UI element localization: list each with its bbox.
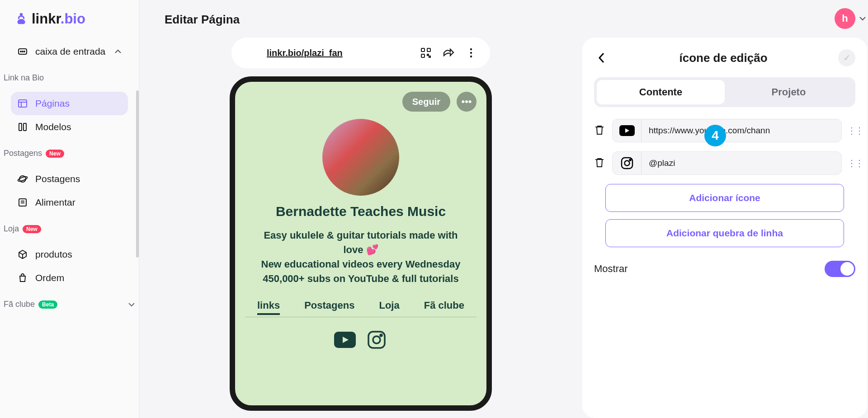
sidebar-item-label: Modelos <box>35 122 71 132</box>
sidebar-section-linkbio: Link na Bio <box>0 67 139 88</box>
more-button[interactable]: ••• <box>457 92 476 112</box>
layout-icon <box>17 98 28 109</box>
profile-picture <box>322 119 399 196</box>
phone-tab-posts[interactable]: Postagens <box>304 298 354 315</box>
panel-tabs: Contente Projeto <box>594 77 855 107</box>
phone-tab-store[interactable]: Loja <box>379 298 399 315</box>
youtube-icon[interactable] <box>613 119 642 142</box>
templates-icon <box>17 122 28 132</box>
phone-tab-links[interactable]: links <box>257 298 280 315</box>
sidebar-item-pages[interactable]: Páginas <box>11 92 128 115</box>
sidebar-item-posts[interactable]: Postagens <box>11 167 128 191</box>
svg-point-27 <box>380 334 382 336</box>
edit-panel: ícone de edição ✓ Contente Projeto ⋮⋮ <box>582 38 867 418</box>
svg-point-2 <box>20 51 21 52</box>
sidebar-item-products[interactable]: produtos <box>11 243 128 266</box>
svg-point-3 <box>22 51 23 52</box>
qr-icon[interactable] <box>420 47 432 59</box>
svg-point-26 <box>373 336 380 343</box>
tutorial-step-badge: 4 <box>704 125 726 146</box>
svg-rect-8 <box>19 123 22 131</box>
sidebar-section-posts: Postagens New <box>0 142 139 164</box>
add-linebreak-button[interactable]: Adicionar quebra de linha <box>605 219 844 247</box>
brand-text-b: .bio <box>61 11 85 27</box>
panel-title: ícone de edição <box>609 51 838 65</box>
user-menu[interactable]: h <box>835 8 866 29</box>
instagram-icon[interactable] <box>366 329 387 351</box>
svg-point-4 <box>24 51 25 52</box>
tab-content[interactable]: Contente <box>597 80 725 104</box>
sidebar-item-label: Páginas <box>35 98 70 109</box>
svg-rect-19 <box>427 54 429 56</box>
icon-row-instagram: ⋮⋮ <box>594 151 855 175</box>
delete-button[interactable] <box>594 157 607 169</box>
follow-button[interactable]: Seguir <box>402 92 450 112</box>
new-badge: New <box>46 150 64 158</box>
tab-project[interactable]: Projeto <box>725 80 853 104</box>
sidebar-item-label: Alimentar <box>35 197 75 208</box>
back-button[interactable] <box>594 51 609 65</box>
svg-rect-5 <box>19 100 27 107</box>
profile-name: Bernadette Teaches Music <box>245 204 476 219</box>
svg-rect-9 <box>24 123 26 131</box>
youtube-icon[interactable] <box>334 329 356 351</box>
svg-point-23 <box>470 56 472 57</box>
feed-icon <box>17 197 28 208</box>
svg-point-30 <box>624 161 629 166</box>
chevron-down-icon <box>859 16 866 21</box>
profile-bio: Easy ukulele & guitar tutorials made wit… <box>258 228 464 286</box>
sidebar-section-store: Loja New <box>0 218 139 239</box>
svg-point-22 <box>470 52 472 54</box>
brand-text-a: linkr <box>32 11 61 27</box>
svg-rect-18 <box>421 54 425 57</box>
sidebar-item-label: Ordem <box>35 272 64 283</box>
instagram-icon[interactable] <box>613 152 642 174</box>
chevron-down-icon <box>128 302 135 307</box>
drag-handle-icon[interactable]: ⋮⋮ <box>847 125 855 136</box>
sidebar-item-models[interactable]: Modelos <box>11 115 128 139</box>
avatar: h <box>835 8 855 29</box>
sidebar-item-label: caixa de entrada <box>35 46 105 57</box>
svg-point-21 <box>470 48 472 50</box>
add-icon-button[interactable]: Adicionar ícone <box>605 184 844 212</box>
phone-tab-fanclub[interactable]: Fã clube <box>424 298 464 315</box>
delete-button[interactable] <box>594 124 607 137</box>
icon-url-input[interactable] <box>642 119 841 142</box>
url-bar: linkr.bio/plazi_fan <box>231 38 490 68</box>
phone-preview: Seguir ••• Bernadette Teaches Music Easy… <box>230 76 492 411</box>
brand-logo: linkr.bio <box>0 11 139 36</box>
sidebar-item-fanclub[interactable]: Fã clube Beta <box>0 293 139 315</box>
svg-rect-17 <box>427 48 430 52</box>
share-icon[interactable] <box>442 47 455 59</box>
visibility-toggle[interactable] <box>825 261 855 277</box>
page-url[interactable]: linkr.bio/plazi_fan <box>267 48 410 58</box>
icon-url-input[interactable] <box>642 152 841 174</box>
brand-mark-icon <box>14 11 29 27</box>
message-icon <box>17 46 28 57</box>
sidebar-item-feed[interactable]: Alimentar <box>11 191 128 214</box>
bag-icon <box>17 272 28 283</box>
confirm-button[interactable]: ✓ <box>838 49 855 66</box>
sidebar-item-label: Fã clube <box>4 300 35 309</box>
box-icon <box>17 249 28 260</box>
svg-point-31 <box>629 160 631 161</box>
page-title: Editar Página <box>139 13 868 27</box>
sidebar-item-inbox[interactable]: caixa de entrada <box>11 40 128 63</box>
drag-handle-icon[interactable]: ⋮⋮ <box>847 158 855 169</box>
new-badge: New <box>23 225 41 233</box>
more-vert-icon[interactable] <box>465 47 477 59</box>
show-label: Mostrar <box>594 263 628 275</box>
svg-point-11 <box>17 176 28 182</box>
chevron-up-icon[interactable] <box>114 49 122 54</box>
sidebar-item-label: produtos <box>35 249 72 260</box>
beta-badge: Beta <box>38 301 57 309</box>
sidebar-item-label: Postagens <box>35 174 80 184</box>
sort-icon[interactable] <box>244 47 257 59</box>
svg-rect-20 <box>429 56 430 57</box>
svg-rect-16 <box>421 48 425 52</box>
planet-icon <box>17 174 28 184</box>
sidebar-item-orders[interactable]: Ordem <box>11 266 128 290</box>
